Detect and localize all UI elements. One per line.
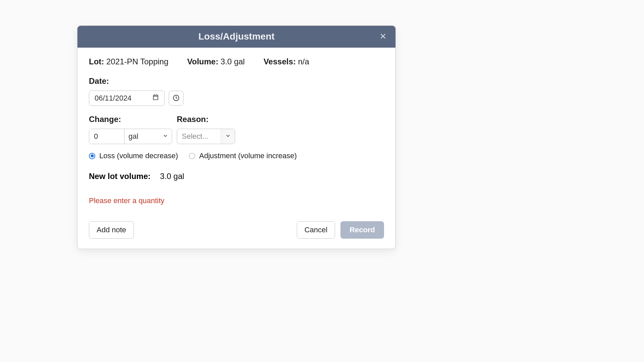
change-group: Change: gal — [89, 115, 172, 144]
vessels-value: n/a — [298, 57, 309, 66]
vessels-label: Vessels: — [264, 57, 296, 66]
change-reason-row: Change: gal Reason: Select... — [89, 115, 384, 144]
new-volume-value: 3.0 gal — [160, 172, 184, 181]
volume-label: Volume: — [187, 57, 218, 66]
adjustment-radio-option[interactable]: Adjustment (volume increase) — [189, 152, 297, 160]
loss-radio-option[interactable]: Loss (volume decrease) — [89, 152, 178, 160]
date-label: Date: — [89, 76, 384, 86]
new-volume-row: New lot volume: 3.0 gal — [89, 172, 384, 181]
loss-adjustment-modal: Loss/Adjustment Lot: 2021-PN Topping Vol… — [77, 25, 396, 249]
change-combo: gal — [89, 129, 172, 144]
cancel-button[interactable]: Cancel — [297, 221, 335, 239]
close-button[interactable] — [377, 30, 389, 43]
reason-label: Reason: — [177, 115, 235, 124]
lot-info: Lot: 2021-PN Topping — [89, 57, 168, 66]
time-button[interactable] — [169, 91, 183, 106]
modal-title: Loss/Adjustment — [198, 31, 274, 42]
volume-info: Volume: 3.0 gal — [187, 57, 245, 66]
lot-value: 2021-PN Topping — [106, 57, 168, 66]
modal-footer: Add note Cancel Record — [89, 221, 384, 239]
reason-group: Reason: Select... — [177, 115, 235, 144]
chevron-down-icon — [225, 133, 231, 140]
change-type-radio-row: Loss (volume decrease) Adjustment (volum… — [89, 152, 384, 160]
change-input[interactable] — [89, 129, 124, 144]
date-value: 06/11/2024 — [95, 94, 131, 103]
info-row: Lot: 2021-PN Topping Volume: 3.0 gal Ves… — [89, 57, 384, 66]
date-row: 06/11/2024 — [89, 90, 384, 106]
new-volume-label: New lot volume: — [89, 172, 151, 181]
lot-label: Lot: — [89, 57, 104, 66]
reason-select[interactable]: Select... — [177, 129, 235, 144]
loss-radio-label: Loss (volume decrease) — [99, 152, 178, 160]
vessels-info: Vessels: n/a — [264, 57, 309, 66]
error-message: Please enter a quantity — [89, 196, 384, 205]
date-input[interactable]: 06/11/2024 — [89, 90, 165, 106]
footer-right: Cancel Record — [297, 221, 384, 239]
radio-unselected-icon — [189, 153, 195, 159]
radio-selected-icon — [89, 153, 95, 159]
chevron-down-icon — [162, 132, 168, 141]
reason-placeholder: Select... — [177, 132, 221, 141]
calendar-icon — [152, 94, 159, 103]
close-icon — [379, 33, 387, 41]
add-note-button[interactable]: Add note — [89, 221, 134, 239]
clock-icon — [172, 94, 180, 103]
unit-select[interactable]: gal — [124, 129, 172, 144]
adjustment-radio-label: Adjustment (volume increase) — [199, 152, 297, 160]
modal-body: Lot: 2021-PN Topping Volume: 3.0 gal Ves… — [77, 48, 395, 249]
unit-value: gal — [128, 132, 138, 141]
record-button[interactable]: Record — [340, 221, 384, 239]
modal-header: Loss/Adjustment — [77, 26, 395, 48]
reason-chevron-wrap — [221, 129, 235, 144]
change-label: Change: — [89, 115, 172, 124]
volume-value: 3.0 gal — [221, 57, 245, 66]
